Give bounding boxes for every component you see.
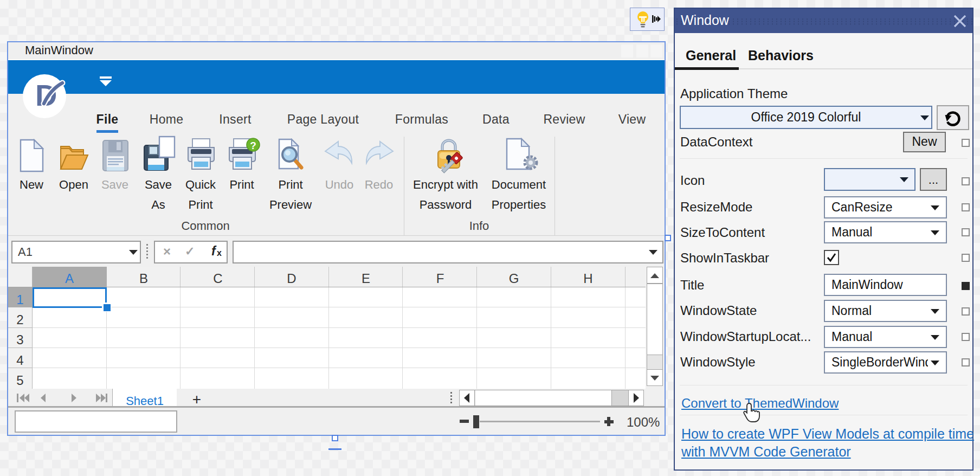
svg-text:?: ?	[250, 140, 256, 151]
